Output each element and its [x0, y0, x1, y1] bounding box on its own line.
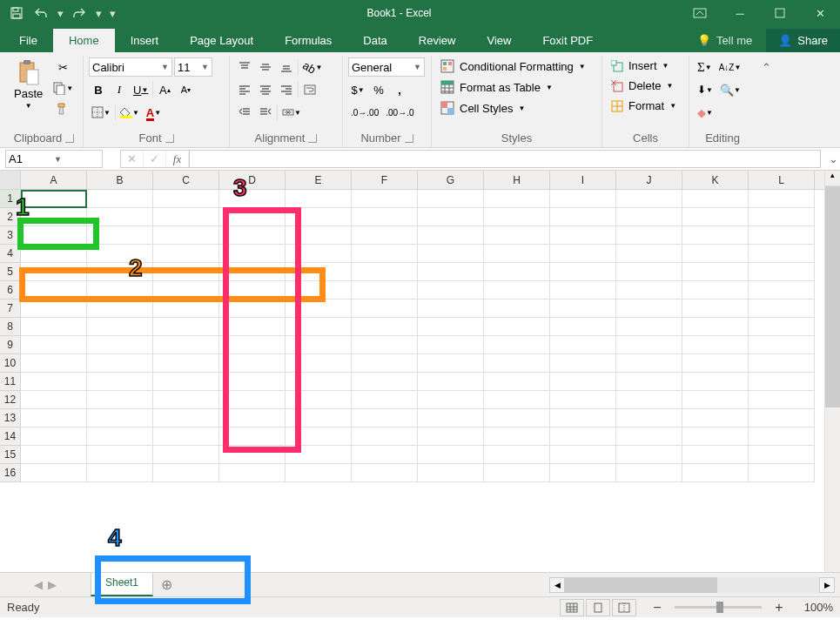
cell[interactable]	[418, 464, 484, 482]
cell[interactable]	[286, 336, 352, 354]
cell[interactable]	[484, 354, 550, 373]
cell[interactable]	[484, 409, 550, 427]
cell[interactable]	[21, 464, 87, 482]
cell[interactable]	[682, 190, 749, 208]
cell[interactable]	[21, 263, 87, 281]
cell[interactable]	[286, 190, 352, 208]
paste-button[interactable]: Paste ▼	[10, 57, 46, 111]
cell[interactable]	[286, 373, 352, 391]
select-all-corner[interactable]	[0, 171, 21, 189]
increase-indent-button[interactable]	[256, 103, 275, 122]
cell[interactable]	[418, 300, 484, 318]
cell[interactable]	[286, 318, 352, 336]
cell[interactable]	[484, 300, 550, 318]
row-header[interactable]: 5	[0, 263, 21, 281]
cell[interactable]	[87, 464, 153, 482]
cell[interactable]	[484, 391, 550, 409]
align-middle-button[interactable]	[256, 57, 275, 77]
sheet-nav-next[interactable]: ▶	[48, 578, 57, 591]
cell[interactable]	[286, 245, 352, 263]
cell[interactable]	[21, 427, 87, 446]
comma-button[interactable]: ,	[390, 80, 409, 99]
cell[interactable]	[418, 208, 484, 226]
cell[interactable]	[352, 391, 418, 409]
cell[interactable]	[352, 281, 418, 300]
cell[interactable]	[87, 190, 153, 208]
cell[interactable]	[219, 409, 286, 427]
ribbon-options-icon[interactable]	[680, 0, 720, 26]
cell[interactable]	[749, 208, 815, 226]
cell[interactable]	[682, 245, 749, 263]
redo-dropdown[interactable]: ▾	[92, 2, 104, 24]
cell[interactable]	[682, 354, 749, 373]
cell[interactable]	[153, 300, 219, 318]
currency-button[interactable]: $▼	[348, 80, 367, 99]
cell[interactable]	[550, 190, 616, 208]
cell[interactable]	[550, 464, 616, 482]
cell[interactable]	[286, 427, 352, 446]
cell[interactable]	[550, 446, 616, 464]
autosum-button[interactable]: Σ▼	[695, 57, 715, 77]
formula-input[interactable]	[189, 150, 821, 168]
alignment-dialog-launcher[interactable]	[308, 134, 317, 143]
row-header[interactable]: 4	[0, 245, 21, 263]
redo-button[interactable]	[68, 2, 91, 24]
clipboard-dialog-launcher[interactable]	[65, 134, 74, 143]
collapse-ribbon-button[interactable]: ⌃	[756, 56, 776, 147]
qat-customize[interactable]: ▾	[106, 2, 118, 24]
cell[interactable]	[550, 281, 616, 300]
row-header[interactable]: 16	[0, 464, 21, 482]
new-sheet-button[interactable]: ⊕	[153, 573, 179, 596]
row-header[interactable]: 1	[0, 190, 21, 208]
cell[interactable]	[153, 464, 219, 482]
cell-styles-button[interactable]: Cell Styles▼	[437, 99, 596, 117]
cell[interactable]	[87, 336, 153, 354]
cell[interactable]	[418, 190, 484, 208]
cell[interactable]	[749, 336, 815, 354]
decrease-decimal-button[interactable]: .00→.0	[383, 103, 416, 122]
cell[interactable]	[286, 281, 352, 300]
column-header[interactable]: B	[87, 171, 153, 189]
font-name-combo[interactable]: Calibri▼	[89, 57, 172, 77]
underline-button[interactable]: U▼	[131, 80, 151, 99]
cell[interactable]	[616, 373, 682, 391]
align-center-button[interactable]	[256, 80, 275, 99]
cell[interactable]	[484, 446, 550, 464]
row-header[interactable]: 10	[0, 354, 21, 373]
save-button[interactable]	[5, 2, 28, 24]
cell[interactable]	[550, 208, 616, 226]
column-header[interactable]: E	[286, 171, 352, 189]
cell[interactable]	[352, 263, 418, 281]
cell[interactable]	[550, 336, 616, 354]
cell[interactable]	[550, 354, 616, 373]
cell[interactable]	[484, 281, 550, 300]
cell[interactable]	[682, 263, 749, 281]
cell[interactable]	[352, 409, 418, 427]
align-bottom-button[interactable]	[277, 57, 296, 77]
cell[interactable]	[616, 354, 682, 373]
cell[interactable]	[418, 245, 484, 263]
cell[interactable]	[352, 226, 418, 245]
column-header[interactable]: L	[749, 171, 815, 189]
cell[interactable]	[286, 409, 352, 427]
cell[interactable]	[87, 318, 153, 336]
column-header[interactable]: K	[682, 171, 749, 189]
cell[interactable]	[286, 391, 352, 409]
cell[interactable]	[616, 208, 682, 226]
cell[interactable]	[21, 281, 87, 300]
cell[interactable]	[21, 409, 87, 427]
clear-button[interactable]: ◆▼	[695, 103, 716, 122]
cell[interactable]	[21, 190, 87, 208]
cell[interactable]	[616, 300, 682, 318]
cell[interactable]	[219, 336, 286, 354]
share-button[interactable]: 👤 Share	[766, 29, 840, 52]
copy-button[interactable]: ▼	[50, 78, 76, 98]
number-dialog-launcher[interactable]	[405, 134, 413, 143]
tab-home[interactable]: Home	[53, 29, 115, 52]
cell[interactable]	[153, 391, 219, 409]
merge-center-button[interactable]: ▼	[279, 103, 304, 122]
cell[interactable]	[682, 336, 749, 354]
cell[interactable]	[352, 190, 418, 208]
delete-cells-button[interactable]: Delete▼	[608, 77, 683, 94]
page-break-view-button[interactable]	[612, 599, 636, 616]
